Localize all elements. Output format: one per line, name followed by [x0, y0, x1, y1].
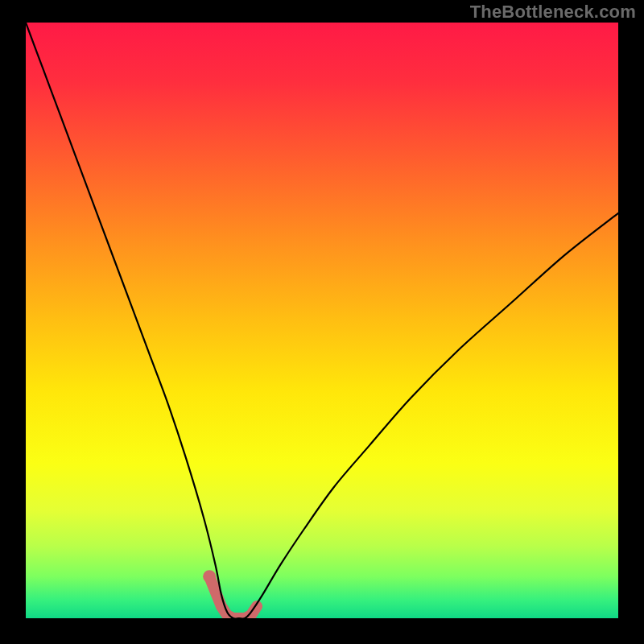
bottleneck-chart — [26, 23, 618, 618]
watermark-text: TheBottleneck.com — [470, 2, 636, 23]
optimal-highlight-dot — [203, 570, 216, 583]
plot-area — [26, 23, 618, 618]
gradient-background — [26, 23, 618, 618]
chart-frame: TheBottleneck.com — [0, 0, 644, 644]
